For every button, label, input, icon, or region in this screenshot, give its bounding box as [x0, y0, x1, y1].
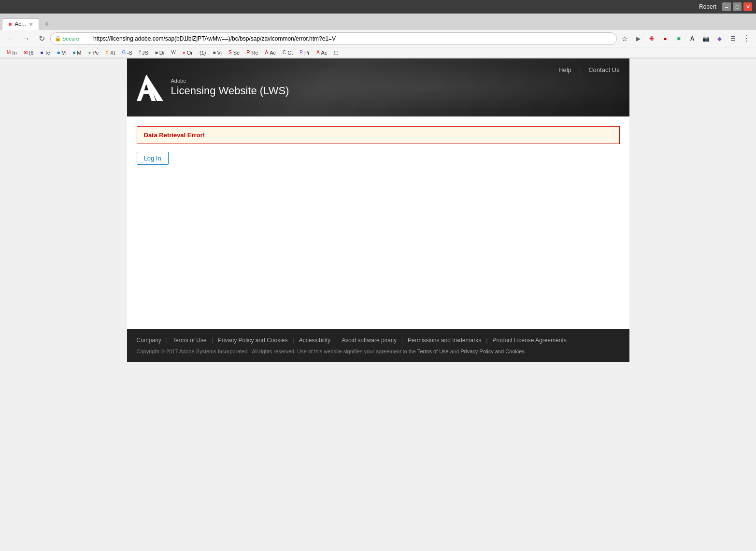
tab-close-icon[interactable]: ✕	[29, 22, 33, 27]
title-bar-controls: – □ ✕	[722, 2, 752, 11]
header-nav: Help | Contact Us	[558, 66, 619, 73]
footer-link-piracy[interactable]: Avoid software piracy	[342, 337, 397, 344]
bookmarks-bar: M In ✉ (6 ■ Te ■ M ■ M ● Pc X Xt G -S f …	[0, 47, 756, 58]
bookmark-outlook[interactable]: ■ M	[54, 49, 69, 56]
header-left: Adobe Licensing Website (LWS)	[137, 74, 289, 101]
footer-terms-link[interactable]: Terms of Use	[417, 348, 449, 354]
bookmark-or[interactable]: ● Or	[180, 49, 196, 56]
bookmark-gmail[interactable]: M In	[4, 49, 20, 56]
main-content: Data Retrieval Error! Log In	[127, 116, 629, 329]
bookmark-te[interactable]: ■ Te	[37, 49, 53, 56]
and-text: and	[450, 348, 460, 354]
reload-button[interactable]: ↻	[35, 32, 48, 45]
site-header: Adobe Licensing Website (LWS) Help | Con…	[127, 58, 629, 116]
toolbar-icons: ☆ ▶ ✙ ● ■ A 📷 ◆ ☰ ⋮	[619, 33, 752, 44]
tabs-bar: ■ Ac... ✕ +	[0, 14, 756, 30]
footer-sep-1: |	[166, 337, 168, 344]
copyright-text: Copyright © 2017 Adobe Systems Incorpora…	[137, 348, 417, 354]
bookmark-di[interactable]: ■ Di	[152, 49, 167, 56]
footer-link-permissions[interactable]: Permissions and trademarks	[408, 337, 481, 344]
navigation-bar: ← → ↻ 🔒 Secure ☆ ▶ ✙ ● ■ A 📷 ◆ ☰ ⋮	[0, 30, 756, 47]
secure-indicator: 🔒 Secure	[55, 35, 79, 42]
tab-label: Ac...	[14, 21, 26, 28]
site-title: Licensing Website (LWS)	[171, 85, 289, 97]
bookmark-re[interactable]: R Re	[243, 49, 261, 56]
adobe-label: Adobe	[171, 78, 289, 84]
bookmark-star-icon[interactable]: ☆	[619, 33, 630, 44]
font-icon[interactable]: A	[686, 33, 698, 44]
address-bar[interactable]: 🔒 Secure	[50, 32, 617, 45]
page-wrapper: Adobe Licensing Website (LWS) Help | Con…	[127, 58, 629, 362]
screenshot-icon[interactable]: 📷	[700, 33, 712, 44]
nav-separator: |	[579, 66, 581, 73]
bookmark-xt[interactable]: X Xt	[102, 49, 118, 56]
footer-sep-3: |	[293, 337, 294, 344]
error-banner: Data Retrieval Error!	[137, 126, 620, 144]
adblocker-icon[interactable]: ■	[673, 33, 685, 44]
footer-sep-5: |	[401, 337, 403, 344]
minimize-button[interactable]: –	[722, 2, 731, 11]
below-fold	[0, 362, 756, 551]
address-bar-wrap: 🔒 Secure	[50, 32, 617, 45]
bookmark-ac1[interactable]: A Ac	[262, 49, 279, 56]
reading-list-icon[interactable]: ☰	[727, 33, 739, 44]
forward-button[interactable]: →	[19, 32, 33, 45]
back-button[interactable]: ←	[4, 32, 17, 45]
period-text: .	[526, 348, 528, 354]
adobe-logo	[137, 74, 163, 101]
footer-links: Company | Terms of Use | Privacy Policy …	[137, 337, 620, 344]
site-footer: Company | Terms of Use | Privacy Policy …	[127, 329, 629, 362]
footer-privacy-link[interactable]: Privacy Policy and Cookies	[460, 348, 525, 354]
bookmark-ac2[interactable]: A Ac	[314, 49, 330, 56]
lock-icon: 🔒	[55, 35, 61, 42]
bookmark-fb[interactable]: f JS	[136, 49, 151, 56]
footer-sep-6: |	[486, 337, 487, 344]
browser-chrome: Robert – □ ✕ ■ Ac... ✕ + ← → ↻ 🔒 Secure	[0, 0, 756, 58]
contact-link[interactable]: Contact Us	[588, 66, 619, 73]
menu-icon[interactable]: ⋮	[741, 33, 752, 44]
tab-favicon: ■	[8, 21, 12, 28]
bookmark-ct[interactable]: C Ct	[280, 49, 296, 56]
opera-icon[interactable]: ●	[659, 33, 671, 44]
bookmark-ms[interactable]: ■ M	[70, 49, 84, 56]
url-input[interactable]	[64, 35, 612, 42]
active-tab[interactable]: ■ Ac... ✕	[2, 18, 39, 30]
header-title: Adobe Licensing Website (LWS)	[171, 78, 289, 97]
extensions-icon[interactable]: ✙	[646, 33, 657, 44]
bookmark-w[interactable]: W	[168, 49, 178, 56]
close-button[interactable]: ✕	[743, 2, 752, 11]
bookmark-1[interactable]: (1)	[197, 49, 209, 56]
bookmark-pr[interactable]: P Pr	[297, 49, 313, 56]
bookmark-vi[interactable]: ■ Vi	[210, 49, 225, 56]
bookmark-g[interactable]: G -S	[119, 49, 135, 56]
error-message: Data Retrieval Error!	[144, 131, 205, 139]
new-tab-button[interactable]: +	[41, 18, 53, 30]
wallet-icon[interactable]: ◆	[713, 33, 725, 44]
profile-icon[interactable]: ▶	[632, 33, 644, 44]
bookmark-m2[interactable]: ✉ (6	[21, 49, 37, 56]
footer-link-company[interactable]: Company	[137, 337, 161, 344]
footer-sep-4: |	[335, 337, 337, 344]
bookmark-new-tab[interactable]: ▢	[331, 49, 341, 56]
title-bar: Robert – □ ✕	[0, 0, 756, 14]
title-bar-user: Robert	[699, 3, 716, 10]
footer-link-accessibility[interactable]: Accessibility	[299, 337, 330, 344]
login-button[interactable]: Log In	[137, 152, 169, 165]
help-link[interactable]: Help	[558, 66, 571, 73]
maximize-button[interactable]: □	[733, 2, 742, 11]
footer-copyright: Copyright © 2017 Adobe Systems Incorpora…	[137, 348, 620, 354]
footer-link-license[interactable]: Product License Agreements	[492, 337, 566, 344]
footer-link-terms[interactable]: Terms of Use	[172, 337, 207, 344]
footer-link-privacy[interactable]: Privacy Policy and Cookies	[218, 337, 288, 344]
footer-sep-2: |	[212, 337, 213, 344]
bookmark-pc[interactable]: ● Pc	[85, 49, 101, 56]
bookmark-se[interactable]: S Se	[226, 49, 242, 56]
